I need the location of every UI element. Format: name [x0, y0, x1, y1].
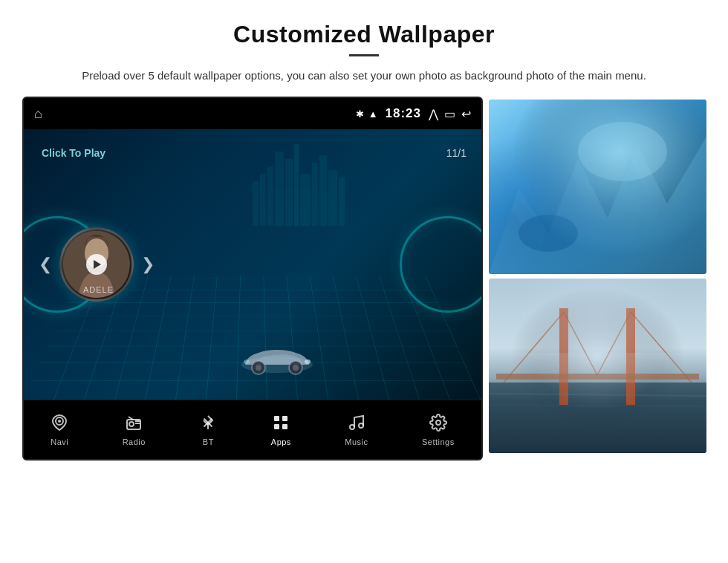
nav-item-settings[interactable]: Settings: [422, 414, 455, 446]
car-visual: [236, 336, 318, 377]
bt-label: BT: [203, 437, 214, 446]
title-section: Customized Wallpaper Preload over 5 defa…: [0, 0, 728, 97]
svg-marker-37: [489, 159, 706, 274]
svg-line-50: [489, 394, 706, 396]
home-icon: ⌂: [34, 106, 42, 121]
date-display: 11/1: [446, 147, 467, 159]
svg-line-47: [597, 312, 631, 375]
svg-point-21: [58, 420, 61, 423]
nav-icons: ⋀ ▭ ↩: [429, 107, 471, 121]
svg-point-15: [293, 365, 299, 371]
svg-rect-44: [626, 308, 635, 405]
apps-icon: [272, 414, 290, 435]
svg-rect-10: [260, 174, 266, 226]
play-button[interactable]: [86, 254, 107, 275]
nav-item-radio[interactable]: Radio: [123, 414, 146, 446]
radio-label: Radio: [123, 437, 146, 446]
svg-point-14: [256, 365, 261, 371]
svg-rect-7: [328, 170, 337, 226]
nav-item-bt[interactable]: BT: [199, 414, 217, 446]
album-label: ADELE: [83, 285, 114, 294]
nav-item-music[interactable]: Music: [345, 414, 368, 446]
title-divider: [349, 54, 379, 56]
svg-rect-34: [489, 100, 706, 274]
svg-point-33: [436, 420, 441, 425]
wallpaper-thumb-bridge[interactable]: [489, 279, 706, 453]
nav-back-icon: ↩: [461, 107, 471, 121]
svg-rect-3: [294, 144, 299, 226]
nav-rect-icon: ▭: [444, 107, 455, 121]
music-icon: [348, 414, 365, 435]
nav-up-icon: ⋀: [429, 107, 438, 121]
status-bar-right: ✱ ▲ 18:23 ⋀ ▭ ↩: [356, 106, 471, 121]
svg-rect-30: [282, 424, 287, 429]
svg-rect-29: [274, 424, 279, 429]
svg-rect-41: [489, 279, 706, 453]
click-to-play-label: Click To Play: [42, 147, 105, 159]
apps-label: Apps: [271, 437, 291, 446]
bridge-wallpaper-art: [489, 279, 706, 453]
svg-rect-42: [489, 383, 706, 453]
svg-rect-43: [559, 308, 568, 405]
svg-point-39: [519, 215, 578, 252]
prev-arrow[interactable]: ❮: [39, 255, 52, 274]
svg-point-38: [578, 122, 667, 181]
svg-rect-35: [489, 100, 706, 274]
svg-point-16: [305, 359, 311, 364]
page-title: Customized Wallpaper: [45, 21, 683, 48]
page-subtitle: Preload over 5 default wallpaper options…: [82, 67, 646, 85]
ice-wallpaper-art: [489, 100, 706, 274]
svg-line-48: [631, 312, 692, 383]
svg-rect-2: [285, 159, 293, 226]
settings-icon: [429, 414, 447, 435]
content-area: ⌂ ✱ ▲ 18:23 ⋀ ▭ ↩: [0, 97, 728, 563]
svg-rect-0: [267, 166, 273, 226]
wallpaper-thumbnails: [483, 97, 702, 453]
music-label: Music: [345, 437, 368, 446]
play-triangle-icon: [94, 260, 101, 269]
svg-rect-27: [274, 416, 279, 421]
status-bar: ⌂ ✱ ▲ 18:23 ⋀ ▭ ↩: [24, 98, 481, 129]
svg-rect-9: [253, 181, 259, 226]
album-art-area: ❮ ❯ ADELE: [39, 227, 155, 302]
screen-background: Click To Play 11/1 ❮: [24, 129, 481, 400]
svg-rect-8: [339, 178, 345, 226]
wallpaper-thumb-ice[interactable]: [489, 100, 706, 274]
signal-icon: ▲: [368, 108, 378, 120]
svg-point-32: [359, 423, 363, 428]
svg-rect-52: [489, 353, 706, 383]
status-bar-left: ⌂: [34, 106, 42, 122]
radio-icon: [125, 414, 143, 435]
svg-rect-40: [489, 279, 706, 453]
svg-rect-49: [496, 374, 699, 380]
skyline-icon: [223, 137, 371, 226]
nav-item-navi[interactable]: Navi: [51, 414, 68, 446]
svg-line-45: [504, 312, 564, 383]
car-ui-screen: ⌂ ✱ ▲ 18:23 ⋀ ▭ ↩: [22, 97, 483, 461]
navi-icon: [51, 414, 68, 435]
time-display: 18:23: [386, 106, 421, 121]
svg-marker-36: [489, 137, 706, 274]
bt-icon: [199, 414, 217, 435]
status-icons: ✱ ▲: [356, 108, 378, 120]
svg-line-51: [489, 405, 706, 406]
svg-rect-28: [282, 416, 287, 421]
svg-point-23: [129, 422, 134, 426]
svg-rect-4: [300, 174, 311, 226]
svg-point-31: [350, 425, 354, 429]
bluetooth-icon: ✱: [356, 108, 364, 120]
settings-label: Settings: [422, 437, 455, 446]
svg-rect-1: [275, 152, 284, 226]
svg-point-17: [244, 359, 250, 364]
svg-rect-5: [312, 163, 318, 226]
bottom-navigation: Navi Radio: [24, 400, 481, 459]
navi-label: Navi: [51, 437, 68, 446]
svg-line-46: [564, 312, 597, 375]
next-arrow[interactable]: ❯: [141, 255, 155, 274]
nav-item-apps[interactable]: Apps: [271, 414, 291, 446]
svg-rect-6: [319, 155, 327, 226]
